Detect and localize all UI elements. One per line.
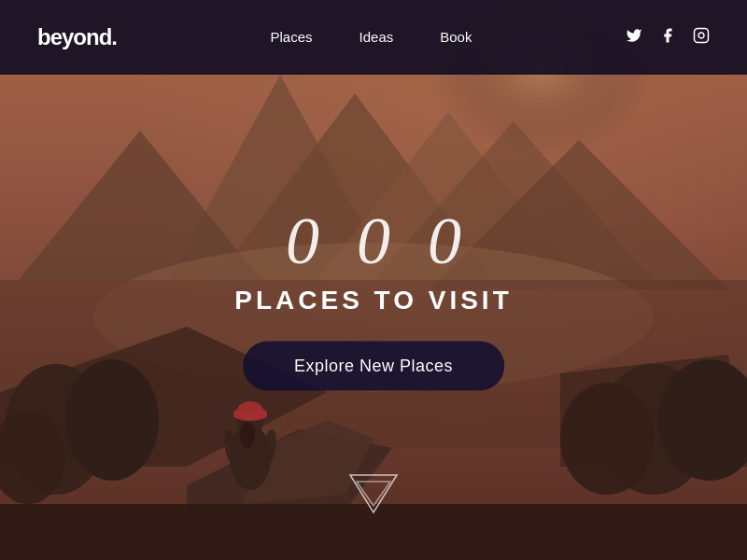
nav-links: Places Ideas Book <box>271 29 472 46</box>
nav-link-ideas[interactable]: Ideas <box>359 29 394 45</box>
counter-digit-2: 0 <box>357 207 390 274</box>
nav-item-places[interactable]: Places <box>271 29 313 46</box>
twitter-icon[interactable] <box>626 27 642 48</box>
nav-link-places[interactable]: Places <box>271 29 313 45</box>
hero-subtitle: PLACES TO VISIT <box>234 286 513 315</box>
brand-logo: beyond. <box>37 24 117 50</box>
hero-content: 0 0 0 PLACES TO VISIT Explore New Places <box>234 207 513 391</box>
scroll-indicator[interactable] <box>345 470 402 523</box>
instagram-icon[interactable] <box>693 27 710 48</box>
scroll-triangle-icon <box>345 470 402 519</box>
explore-button[interactable]: Explore New Places <box>243 342 504 391</box>
svg-rect-29 <box>694 29 708 43</box>
navbar: beyond. Places Ideas Book <box>0 0 747 75</box>
page-wrapper: beyond. Places Ideas Book <box>0 0 747 560</box>
nav-link-book[interactable]: Book <box>440 29 472 45</box>
counter-row: 0 0 0 <box>234 207 513 274</box>
counter-digit-3: 0 <box>428 207 461 274</box>
social-links <box>626 27 710 48</box>
nav-item-ideas[interactable]: Ideas <box>359 29 394 46</box>
facebook-icon[interactable] <box>659 27 676 48</box>
counter-digit-1: 0 <box>286 207 319 274</box>
nav-item-book[interactable]: Book <box>440 29 472 46</box>
